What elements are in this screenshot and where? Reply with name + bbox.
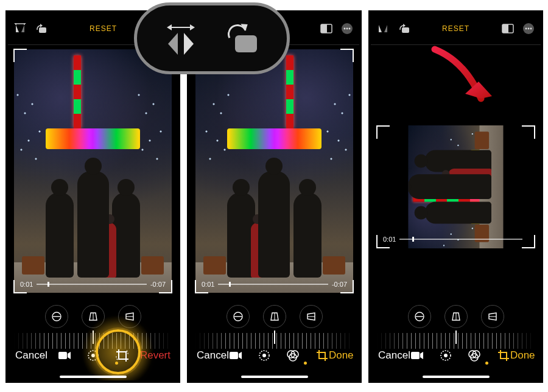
adjust-mode-icon[interactable] — [87, 349, 99, 362]
geometry-mode-row — [189, 305, 359, 328]
filters-mode-icon[interactable] — [286, 349, 300, 362]
cancel-button[interactable]: Cancel — [197, 349, 229, 362]
editor-top-toolbar: RESET — [371, 13, 541, 44]
svg-rect-50 — [411, 352, 420, 359]
svg-rect-29 — [230, 352, 238, 359]
adjust-mode-icon[interactable] — [440, 349, 452, 362]
svg-point-21 — [346, 28, 348, 30]
reset-button[interactable]: RESET — [90, 24, 117, 33]
svg-point-14 — [91, 354, 95, 357]
video-scrubber[interactable]: 0:01 -0:07 — [20, 281, 166, 288]
scrubber-elapsed: 0:01 — [202, 281, 214, 288]
svg-point-42 — [528, 28, 530, 30]
svg-marker-37 — [403, 24, 406, 27]
crop-mode-icon[interactable] — [115, 348, 130, 363]
editor-bottom-toolbar: Cancel Revert — [8, 337, 178, 380]
rotate-90-icon[interactable] — [398, 23, 410, 34]
scrubber-thumb[interactable] — [47, 282, 49, 287]
svg-point-20 — [344, 28, 346, 30]
aspect-ratio-icon[interactable] — [320, 24, 332, 33]
aspect-ratio-icon[interactable] — [502, 24, 514, 33]
rotate-90-icon[interactable] — [224, 24, 257, 52]
svg-marker-2 — [40, 24, 43, 27]
video-mode-icon[interactable] — [229, 351, 242, 360]
svg-rect-1 — [39, 27, 46, 33]
home-indicator — [60, 376, 127, 378]
toolbar-divider — [371, 44, 541, 45]
straighten-icon[interactable] — [408, 305, 431, 328]
crop-mode-icon[interactable] — [315, 349, 329, 362]
video-frame-preview — [409, 125, 504, 248]
horizontal-perspective-icon[interactable] — [118, 305, 141, 328]
cancel-button[interactable]: Cancel — [378, 349, 410, 362]
crop-canvas[interactable]: 0:01 -0:07 — [195, 49, 353, 293]
svg-marker-30 — [239, 352, 242, 359]
home-indicator — [423, 376, 490, 378]
scrubber-thumb[interactable] — [412, 237, 414, 242]
horizontal-perspective-icon[interactable] — [300, 305, 323, 328]
horizontal-perspective-icon[interactable] — [481, 305, 504, 328]
video-frame-preview — [195, 49, 353, 293]
svg-point-41 — [525, 28, 527, 30]
done-button[interactable]: Done — [510, 349, 535, 362]
crop-mode-active-dot — [304, 362, 307, 365]
reset-button[interactable]: RESET — [442, 24, 469, 33]
adjust-mode-icon[interactable] — [258, 349, 270, 362]
scrubber-thumb[interactable] — [229, 282, 231, 287]
geometry-mode-row — [371, 305, 541, 328]
geometry-mode-row — [8, 305, 178, 328]
video-scrubber[interactable]: 0:01 -0:07 — [202, 281, 347, 288]
svg-marker-51 — [420, 352, 423, 359]
tutorial-callout-pill — [134, 2, 290, 74]
svg-rect-39 — [502, 24, 508, 33]
filters-mode-icon[interactable] — [468, 349, 481, 362]
svg-point-32 — [262, 354, 266, 357]
video-scrubber[interactable]: 0:01 - — [383, 236, 529, 243]
crop-mode-active-dot — [485, 362, 488, 365]
video-frame-preview — [14, 49, 172, 293]
crop-canvas[interactable]: 0:01 - — [377, 126, 535, 248]
svg-marker-12 — [68, 352, 71, 359]
revert-button[interactable]: Revert — [140, 349, 170, 362]
scrubber-remaining: -0:07 — [332, 281, 347, 288]
rotate-90-icon[interactable] — [35, 23, 47, 34]
svg-rect-11 — [58, 352, 67, 359]
more-icon[interactable] — [341, 23, 353, 35]
straighten-icon[interactable] — [227, 305, 250, 328]
flip-horizontal-icon[interactable] — [14, 23, 26, 34]
svg-point-43 — [530, 28, 532, 30]
done-button[interactable]: Done — [329, 349, 354, 362]
crop-mode-active-dot — [115, 362, 118, 365]
svg-marker-57 — [465, 82, 492, 99]
tutorial-arrow-icon — [429, 46, 502, 119]
scrubber-remaining: -0:07 — [150, 281, 166, 288]
video-mode-icon[interactable] — [58, 351, 71, 360]
editor-bottom-toolbar: Cancel Done — [371, 337, 541, 380]
flip-horizontal-icon[interactable] — [377, 23, 389, 34]
vertical-perspective-icon[interactable] — [444, 305, 468, 328]
crop-mode-icon[interactable] — [497, 349, 510, 362]
flip-horizontal-icon[interactable] — [167, 24, 195, 52]
vertical-perspective-icon[interactable] — [263, 305, 286, 328]
svg-point-53 — [444, 354, 448, 357]
cancel-button[interactable]: Cancel — [15, 349, 47, 362]
svg-rect-36 — [402, 27, 409, 33]
svg-rect-18 — [321, 24, 327, 33]
scrubber-elapsed: 0:01 — [20, 281, 33, 288]
crop-canvas[interactable]: 0:01 -0:07 — [14, 49, 172, 293]
home-indicator — [241, 376, 308, 378]
video-mode-icon[interactable] — [410, 351, 424, 360]
scrubber-elapsed: 0:01 — [383, 236, 396, 243]
svg-point-22 — [349, 28, 351, 30]
straighten-icon[interactable] — [45, 305, 68, 328]
editor-bottom-toolbar: Cancel Done — [189, 337, 359, 380]
vertical-perspective-icon[interactable] — [82, 305, 105, 328]
more-icon[interactable] — [522, 23, 535, 35]
